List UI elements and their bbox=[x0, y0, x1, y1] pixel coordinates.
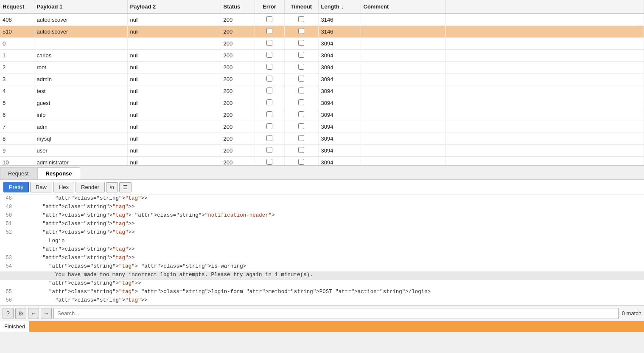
col-header-status[interactable]: Status bbox=[221, 0, 255, 14]
code-line: 55 "attr">class="string">"tag"> "attr">c… bbox=[0, 288, 644, 297]
table-cell: adm bbox=[34, 121, 127, 133]
fmt-menu[interactable]: ☰ bbox=[119, 182, 132, 192]
code-line: "attr">class="string">"tag">> bbox=[0, 280, 644, 288]
table-cell[interactable] bbox=[255, 38, 284, 50]
line-number: 54 bbox=[0, 263, 17, 269]
table-cell[interactable] bbox=[255, 73, 284, 85]
table-row[interactable]: 6infonull2003094 bbox=[0, 109, 644, 121]
status-text: Finished bbox=[0, 323, 29, 330]
table-cell: 200 bbox=[221, 62, 255, 73]
table-cell[interactable] bbox=[284, 62, 318, 73]
help-button[interactable]: ? bbox=[3, 308, 14, 319]
table-row[interactable]: 10administratornull2003094 bbox=[0, 157, 644, 166]
table-cell[interactable] bbox=[255, 26, 284, 38]
table-cell[interactable] bbox=[284, 50, 318, 62]
table-cell: 8 bbox=[0, 133, 34, 145]
table-cell: null bbox=[127, 157, 221, 166]
table-cell[interactable] bbox=[284, 157, 318, 166]
table-row[interactable]: 02003094 bbox=[0, 38, 644, 50]
table-cell[interactable] bbox=[255, 85, 284, 97]
table-cell[interactable] bbox=[255, 109, 284, 121]
col-header-payload1[interactable]: Payload 1 bbox=[34, 0, 127, 14]
table-cell bbox=[445, 157, 644, 166]
table-cell: 3146 bbox=[318, 14, 361, 26]
table-cell[interactable] bbox=[255, 50, 284, 62]
table-cell[interactable] bbox=[255, 97, 284, 109]
fmt-newline[interactable]: \n bbox=[106, 182, 118, 192]
table-row[interactable]: 4testnull2003094 bbox=[0, 85, 644, 97]
tab-response[interactable]: Response bbox=[37, 167, 80, 179]
table-cell[interactable] bbox=[255, 62, 284, 73]
fmt-hex[interactable]: Hex bbox=[53, 182, 74, 192]
table-cell[interactable] bbox=[255, 133, 284, 145]
table-cell: 200 bbox=[221, 109, 255, 121]
table-cell[interactable] bbox=[255, 14, 284, 26]
settings-button[interactable]: ⚙ bbox=[15, 308, 26, 319]
col-header-comment[interactable]: Comment bbox=[361, 0, 445, 14]
fmt-render[interactable]: Render bbox=[76, 182, 105, 192]
back-button[interactable]: ← bbox=[28, 308, 39, 319]
table-cell: 3094 bbox=[318, 38, 361, 50]
table-row[interactable]: 408autodiscovernull2003146 bbox=[0, 14, 644, 26]
fmt-pretty[interactable]: Pretty bbox=[3, 182, 29, 192]
table-cell[interactable] bbox=[284, 145, 318, 157]
search-input[interactable] bbox=[53, 308, 619, 319]
table-cell[interactable] bbox=[284, 109, 318, 121]
table-row[interactable]: 8mysqlnull2003094 bbox=[0, 133, 644, 145]
table-cell: null bbox=[127, 85, 221, 97]
table-row[interactable]: 5guestnull2003094 bbox=[0, 97, 644, 109]
line-content: "attr">class="string">"tag"> "attr">clas… bbox=[17, 212, 644, 218]
bottom-toolbar: ? ⚙ ← → 0 match bbox=[0, 305, 644, 321]
code-area: 48 "attr">class="string">"tag">>49 "attr… bbox=[0, 195, 644, 305]
table-cell[interactable] bbox=[255, 145, 284, 157]
table-cell bbox=[127, 38, 221, 50]
table-cell: root bbox=[34, 62, 127, 73]
table-cell[interactable] bbox=[284, 121, 318, 133]
forward-button[interactable]: → bbox=[41, 308, 52, 319]
col-header-request[interactable]: Request bbox=[0, 0, 34, 14]
table-cell[interactable] bbox=[255, 121, 284, 133]
table-cell[interactable] bbox=[284, 14, 318, 26]
table-row[interactable]: 7admnull2003094 bbox=[0, 121, 644, 133]
table-row[interactable]: 2rootnull2003094 bbox=[0, 62, 644, 73]
line-number: 53 bbox=[0, 255, 17, 261]
line-content: Login bbox=[17, 238, 644, 244]
table-cell: null bbox=[127, 145, 221, 157]
table-cell[interactable] bbox=[255, 157, 284, 166]
table-cell: guest bbox=[34, 97, 127, 109]
table-cell: 3146 bbox=[318, 26, 361, 38]
table-row[interactable]: 3adminnull2003094 bbox=[0, 73, 644, 85]
table-cell: 200 bbox=[221, 50, 255, 62]
table-cell[interactable] bbox=[284, 38, 318, 50]
table-cell[interactable] bbox=[284, 85, 318, 97]
table-cell: null bbox=[127, 109, 221, 121]
table-cell bbox=[361, 38, 445, 50]
table-cell[interactable] bbox=[284, 97, 318, 109]
table-cell: autodiscover bbox=[34, 14, 127, 26]
table-row[interactable]: 1carlosnull2003094 bbox=[0, 50, 644, 62]
fmt-raw[interactable]: Raw bbox=[30, 182, 52, 192]
table-row[interactable]: 510autodiscovernull2003146 bbox=[0, 26, 644, 38]
table-row[interactable]: 9usernull2003094 bbox=[0, 145, 644, 157]
table-cell: 0 bbox=[0, 38, 34, 50]
table-cell[interactable] bbox=[284, 73, 318, 85]
table-cell: 3094 bbox=[318, 62, 361, 73]
table-cell: 3094 bbox=[318, 85, 361, 97]
table-cell bbox=[445, 121, 644, 133]
table-cell bbox=[361, 14, 445, 26]
col-header-timeout[interactable]: Timeout bbox=[284, 0, 318, 14]
table-cell[interactable] bbox=[284, 133, 318, 145]
table-cell: 200 bbox=[221, 38, 255, 50]
col-header-length[interactable]: Length ↓ bbox=[318, 0, 361, 14]
table-cell: 3094 bbox=[318, 97, 361, 109]
tab-request[interactable]: Request bbox=[0, 167, 36, 179]
table-cell: 200 bbox=[221, 97, 255, 109]
line-content: "attr">class="string">"tag">> bbox=[17, 246, 644, 252]
table-cell[interactable] bbox=[284, 26, 318, 38]
col-header-error[interactable]: Error bbox=[255, 0, 284, 14]
table-cell bbox=[445, 14, 644, 26]
table-cell: null bbox=[127, 14, 221, 26]
col-header-payload2[interactable]: Payload 2 bbox=[127, 0, 221, 14]
table-cell: 3094 bbox=[318, 133, 361, 145]
table-cell: test bbox=[34, 85, 127, 97]
